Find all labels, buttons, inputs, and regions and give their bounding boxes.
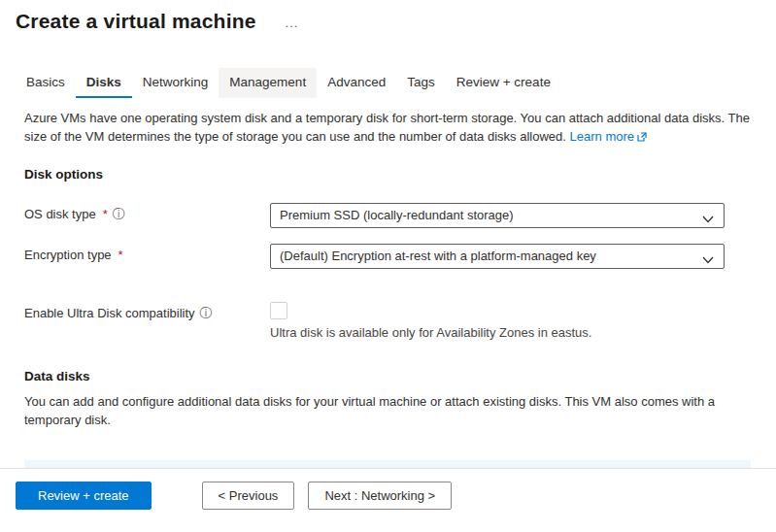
encryption-type-label: Encryption type* — [24, 244, 270, 262]
required-asterisk: * — [103, 207, 108, 221]
ultra-disk-checkbox[interactable] — [270, 302, 287, 319]
ultra-disk-label: Enable Ultra Disk compatibility ⓘ — [24, 302, 270, 320]
os-disk-type-label: OS disk type* ⓘ — [24, 203, 270, 221]
data-disks-text: You can add and configure additional dat… — [24, 393, 751, 430]
tab-panel-disks: Azure VMs have one operating system disk… — [0, 110, 776, 468]
info-icon[interactable]: ⓘ — [200, 307, 213, 319]
ultra-disk-label-text: Enable Ultra Disk compatibility — [24, 306, 195, 320]
page-content: Create a virtual machine ... Basics Disk… — [0, 0, 776, 468]
encryption-type-row: Encryption type* (Default) Encryption at… — [24, 244, 751, 269]
chevron-down-icon — [702, 252, 714, 267]
ultra-disk-row: Enable Ultra Disk compatibility ⓘ Ultra … — [24, 302, 751, 340]
os-disk-type-dropdown[interactable]: Premium SSD (locally-redundant storage) — [270, 203, 725, 228]
previous-button[interactable]: < Previous — [202, 482, 295, 510]
tab-advanced[interactable]: Advanced — [317, 68, 396, 98]
create-vm-page: Create a virtual machine ... Basics Disk… — [0, 0, 776, 532]
tab-tags[interactable]: Tags — [396, 68, 446, 98]
disk-options-heading: Disk options — [24, 167, 751, 182]
required-asterisk: * — [118, 248, 123, 262]
ultra-disk-helper: Ultra disk is available only for Availab… — [270, 325, 725, 340]
info-banner: i Adding unmanaged data disks is current… — [24, 460, 751, 468]
data-disks-heading: Data disks — [24, 369, 751, 383]
learn-more-label: Learn more — [570, 129, 634, 144]
os-disk-type-label-text: OS disk type — [24, 207, 96, 221]
encryption-type-label-text: Encryption type — [24, 248, 112, 262]
encryption-type-dropdown[interactable]: (Default) Encryption at-rest with a plat… — [270, 244, 725, 269]
learn-more-link[interactable]: Learn more — [570, 129, 647, 144]
next-networking-button[interactable]: Next : Networking > — [308, 482, 452, 510]
more-options-icon[interactable]: ... — [282, 14, 303, 32]
os-disk-type-value: Premium SSD (locally-redundant storage) — [280, 208, 514, 222]
tab-management[interactable]: Management — [219, 68, 317, 98]
header: Create a virtual machine ... — [0, 0, 776, 33]
intro-text: Azure VMs have one operating system disk… — [24, 110, 751, 148]
info-icon[interactable]: ⓘ — [113, 208, 125, 220]
tab-disks[interactable]: Disks — [76, 68, 132, 98]
page-title: Create a virtual machine — [16, 10, 256, 33]
tab-networking[interactable]: Networking — [132, 68, 219, 98]
encryption-type-value: (Default) Encryption at-rest with a plat… — [280, 249, 596, 263]
os-disk-type-row: OS disk type* ⓘ Premium SSD (locally-red… — [24, 203, 751, 228]
tab-basics[interactable]: Basics — [16, 68, 76, 98]
chevron-down-icon — [702, 212, 714, 226]
tab-bar: Basics Disks Networking Management Advan… — [16, 68, 776, 98]
footer-bar: Review + create < Previous Next : Networ… — [0, 468, 776, 532]
review-create-button[interactable]: Review + create — [16, 482, 152, 510]
external-link-icon — [637, 129, 647, 148]
tab-review-create[interactable]: Review + create — [446, 68, 561, 98]
